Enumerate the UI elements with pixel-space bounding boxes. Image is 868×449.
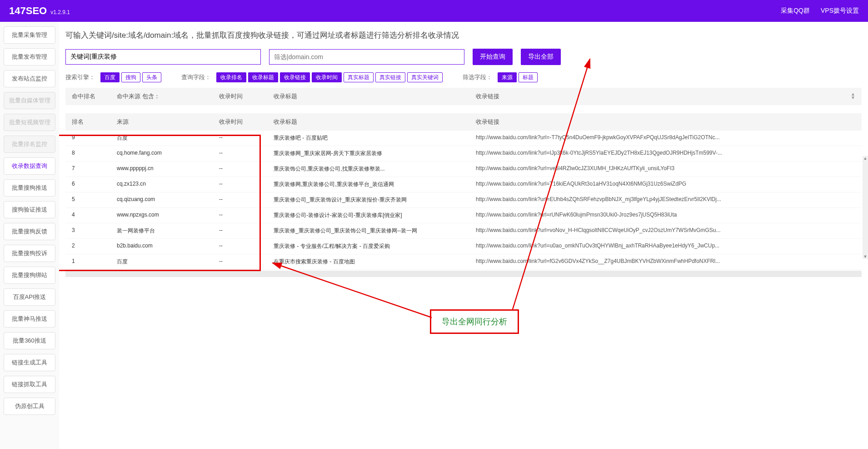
engine-label: 搜索引擎： [65, 73, 95, 81]
table-row[interactable]: 8cq.home.fang.com--重庆装修网_重庆家居网-房天下重庆家居装修… [65, 146, 862, 161]
table-row[interactable]: 5cq.qizuang.com--重庆装修公司_重庆装饰设计_重庆家装报价-重庆… [65, 192, 862, 208]
cell-time: -- [219, 181, 274, 188]
col-hit-source: 命中来源 包含： [117, 92, 219, 101]
expand-toggle-icon[interactable]: ▲▼ [851, 92, 858, 101]
summary-header-row: 命中排名 命中来源 包含： 收录时间 收录标题 收录链接 ▲▼ [65, 88, 862, 105]
filter-input[interactable] [269, 49, 464, 65]
col-source: 来源 [117, 118, 219, 126]
sidebar-item-2[interactable]: 发布站点监控 [4, 70, 55, 87]
cell-title: 重庆装修网,重庆装修公司,重庆装修平台_装信通网 [274, 181, 476, 188]
header-link-vps[interactable]: VPS拨号设置 [821, 7, 859, 15]
query-button[interactable]: 开始查询 [473, 49, 513, 65]
col-link: 收录链接 [476, 118, 858, 126]
keyword-input[interactable] [65, 49, 261, 65]
cell-link: http://www.baidu.com/link?url=ve5l4RZlw0… [476, 165, 858, 173]
sidebar-item-6[interactable]: 收录数据查询 [4, 157, 55, 175]
cell-rank: 6 [69, 181, 117, 188]
sidebar-item-8[interactable]: 搜狗验证推送 [4, 201, 55, 218]
col-hit-title: 收录标题 [274, 92, 476, 101]
sidebar-item-0[interactable]: 批量采集管理 [4, 26, 55, 44]
scroll-down-icon[interactable]: ▼ [863, 254, 868, 259]
cell-source: 百度 [117, 134, 219, 142]
sidebar-item-12[interactable]: 百度API推送 [4, 288, 55, 306]
horizontal-scrollbar[interactable] [65, 271, 862, 277]
cell-source: 装一网装修平台 [117, 227, 219, 235]
query-field-chip-3[interactable]: 收录时间 [312, 72, 342, 82]
cell-time: -- [219, 242, 274, 250]
header-link-qq[interactable]: 采集QQ群 [781, 7, 810, 15]
query-field-chip-4[interactable]: 真实标题 [344, 72, 374, 82]
sidebar-item-10[interactable]: 批量搜狗投诉 [4, 245, 55, 262]
cell-time: -- [219, 134, 274, 142]
filter-field-chip-1[interactable]: 标题 [519, 72, 538, 82]
cell-rank: 3 [69, 227, 117, 235]
sidebar-item-11[interactable]: 批量搜狗绑站 [4, 267, 55, 284]
sidebar-item-16[interactable]: 链接抓取工具 [4, 376, 55, 393]
cell-title: 重庆装修 - 专业服务/工程/解决方案 - 百度爱采购 [274, 242, 476, 250]
sidebar-item-4: 批量短视频管理 [4, 114, 55, 131]
cell-title: 重庆装修公司-装修设计-家装公司-重庆装修库[俏业家] [274, 212, 476, 219]
table-row[interactable]: 6cq.zx123.cn--重庆装修网,重庆装修公司,重庆装修平台_装信通网ht… [65, 177, 862, 192]
cell-title: 重庆装饰公司,重庆装修公司,找重庆装修整装... [274, 165, 476, 173]
engine-chip-2[interactable]: 头条 [142, 72, 161, 82]
table-row[interactable]: 2b2b.baidu.com--重庆装修 - 专业服务/工程/解决方案 - 百度… [65, 239, 862, 254]
cell-link: http://www.baidu.com/link?url=fG2v6GDVx4… [476, 258, 858, 266]
cell-title: 重庆装修_重庆装修公司_重庆装饰公司_重庆装修网--装一网 [274, 227, 476, 235]
col-time: 收录时间 [219, 118, 274, 126]
cell-source: www.pppppj.cn [117, 165, 219, 173]
sidebar-item-7[interactable]: 批量搜狗推送 [4, 179, 55, 197]
cell-rank: 4 [69, 212, 117, 219]
cell-rank: 8 [69, 150, 117, 157]
col-title: 收录标题 [274, 118, 476, 126]
cell-title: 重庆装修网_重庆家居网-房天下重庆家居装修 [274, 150, 476, 157]
col-hit-link: 收录链接 [476, 92, 851, 101]
scroll-up-icon[interactable]: ▲ [863, 156, 868, 161]
cell-title: 重庆装修吧 - 百度贴吧 [274, 134, 476, 142]
cell-source: www.npzxgs.com [117, 212, 219, 219]
cell-link: http://www.baidu.com/link?url=u0ao_omkNT… [476, 242, 858, 250]
filter-row: 搜索引擎： 百度搜狗头条 查询字段： 收录排名收录标题收录链接收录时间真实标题真… [65, 73, 862, 81]
query-field-chip-2[interactable]: 收录链接 [280, 72, 310, 82]
filter-field-label: 筛选字段： [463, 73, 492, 81]
cell-time: -- [219, 196, 274, 204]
engine-chip-1[interactable]: 搜狗 [121, 72, 140, 82]
cell-title: 在重庆市搜索重庆装修 - 百度地图 [274, 258, 476, 266]
filter-field-chip-0[interactable]: 来源 [498, 72, 517, 82]
query-field-chip-0[interactable]: 收录排名 [216, 72, 246, 82]
cell-time: -- [219, 258, 274, 266]
cell-rank: 5 [69, 196, 117, 204]
table-row[interactable]: 7www.pppppj.cn--重庆装饰公司,重庆装修公司,找重庆装修整装...… [65, 161, 862, 177]
engine-chip-0[interactable]: 百度 [100, 72, 120, 82]
table-row[interactable]: 1百度--在重庆市搜索重庆装修 - 百度地图http://www.baidu.c… [65, 254, 862, 270]
sidebar-item-9[interactable]: 批量搜狗反馈 [4, 223, 55, 240]
sidebar-item-15[interactable]: 链接生成工具 [4, 354, 55, 371]
sidebar-item-14[interactable]: 批量360推送 [4, 332, 55, 349]
query-field-label: 查询字段： [181, 73, 211, 81]
vertical-scrollbar[interactable]: ▲ ▼ [863, 156, 868, 259]
col-hit-rank: 命中排名 [69, 92, 117, 101]
table-header-row: 排名 来源 收录时间 收录标题 收录链接 [65, 113, 862, 131]
cell-source: b2b.baidu.com [117, 242, 219, 250]
cell-source: cq.zx123.cn [117, 181, 219, 188]
export-button[interactable]: 导出全部 [521, 49, 561, 65]
query-field-chip-5[interactable]: 真实链接 [375, 72, 405, 82]
main-panel: 可输入关键词/site:域名/domain:域名，批量抓取百度搜狗收录链接，可通… [59, 22, 868, 449]
query-field-chip-1[interactable]: 收录标题 [248, 72, 278, 82]
cell-rank: 1 [69, 258, 117, 266]
query-field-chip-6[interactable]: 真实关键词 [407, 72, 443, 82]
col-rank: 排名 [69, 118, 117, 126]
sidebar-item-1[interactable]: 批量发布管理 [4, 48, 55, 66]
cell-link: http://www.baidu.com/link?url=rUNFwK60lu… [476, 212, 858, 219]
cell-link: http://www.baidu.com/link?url=-T7tyQ5n4D… [476, 134, 858, 142]
sidebar-item-17[interactable]: 伪原创工具 [4, 398, 55, 415]
version-label: v1.2.9.1 [50, 9, 70, 15]
cell-title: 重庆装修公司_重庆装饰设计_重庆家装报价-重庆齐装网 [274, 196, 476, 204]
sidebar-item-5: 批量排名监控 [4, 136, 55, 153]
table-row[interactable]: 3装一网装修平台--重庆装修_重庆装修公司_重庆装饰公司_重庆装修网--装一网h… [65, 223, 862, 239]
brand-name: 147SEO [9, 5, 47, 17]
table-row[interactable]: 4www.npzxgs.com--重庆装修公司-装修设计-家装公司-重庆装修库[… [65, 208, 862, 223]
annotation-text: 导出全网同行分析 [442, 316, 507, 327]
table-row[interactable]: 9百度--重庆装修吧 - 百度贴吧http://www.baidu.com/li… [65, 131, 862, 146]
cell-link: http://www.baidu.com/link?url=IJp3k6k-0Y… [476, 150, 858, 157]
sidebar-item-13[interactable]: 批量神马推送 [4, 310, 55, 328]
